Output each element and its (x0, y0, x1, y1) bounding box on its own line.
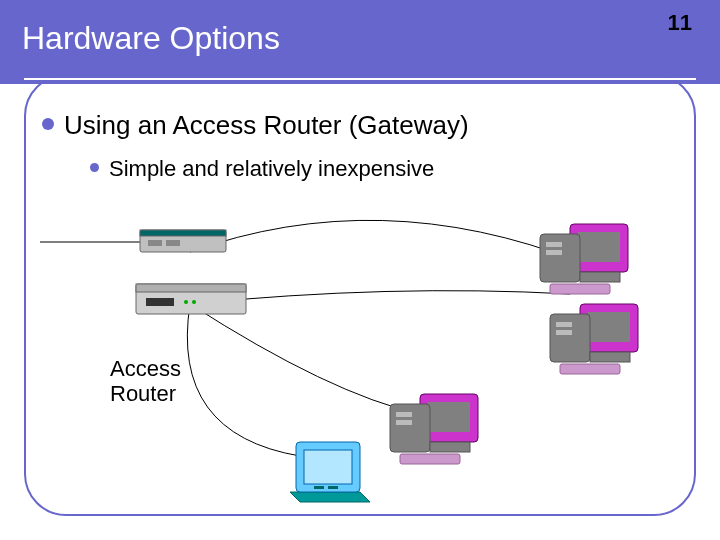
svg-rect-12 (540, 234, 580, 282)
bullet-level-2: Simple and relatively inexpensive (90, 156, 434, 182)
page-number: 11 (668, 10, 692, 36)
computer-icon (540, 224, 628, 294)
svg-point-8 (184, 300, 188, 304)
svg-rect-4 (166, 240, 180, 246)
svg-rect-33 (304, 450, 352, 484)
svg-point-9 (192, 300, 196, 304)
svg-rect-29 (430, 442, 470, 452)
svg-rect-35 (328, 486, 338, 489)
svg-rect-13 (546, 242, 562, 247)
svg-rect-23 (560, 364, 620, 374)
svg-rect-16 (550, 284, 610, 294)
svg-rect-20 (556, 322, 572, 327)
bullet-dot-icon (42, 118, 54, 130)
svg-rect-11 (578, 232, 620, 262)
svg-rect-6 (136, 284, 246, 292)
svg-rect-34 (314, 486, 324, 489)
svg-rect-19 (550, 314, 590, 362)
modem-icon (140, 230, 226, 252)
monitor-icon (290, 442, 370, 502)
slide-title: Hardware Options (22, 20, 280, 57)
svg-rect-22 (590, 352, 630, 362)
svg-rect-3 (148, 240, 162, 246)
network-diagram (40, 194, 680, 514)
svg-rect-14 (546, 250, 562, 255)
slide-body: Using an Access Router (Gateway) Simple … (0, 84, 720, 540)
computer-icon (390, 394, 478, 464)
header-underline (24, 78, 696, 80)
svg-rect-15 (580, 272, 620, 282)
svg-rect-2 (140, 230, 226, 236)
router-icon (136, 284, 246, 314)
svg-marker-31 (290, 492, 370, 502)
slide-header: Hardware Options (0, 0, 720, 84)
svg-rect-28 (396, 420, 412, 425)
bullet-text-sub: Simple and relatively inexpensive (109, 156, 434, 182)
svg-rect-27 (396, 412, 412, 417)
svg-rect-26 (390, 404, 430, 452)
computer-icon (550, 304, 638, 374)
svg-rect-7 (146, 298, 174, 306)
svg-rect-25 (428, 402, 470, 432)
svg-rect-30 (400, 454, 460, 464)
bullet-dot-icon (90, 163, 99, 172)
bullet-level-1: Using an Access Router (Gateway) (42, 110, 469, 141)
svg-rect-21 (556, 330, 572, 335)
svg-rect-18 (588, 312, 630, 342)
bullet-text-main: Using an Access Router (Gateway) (64, 110, 469, 141)
